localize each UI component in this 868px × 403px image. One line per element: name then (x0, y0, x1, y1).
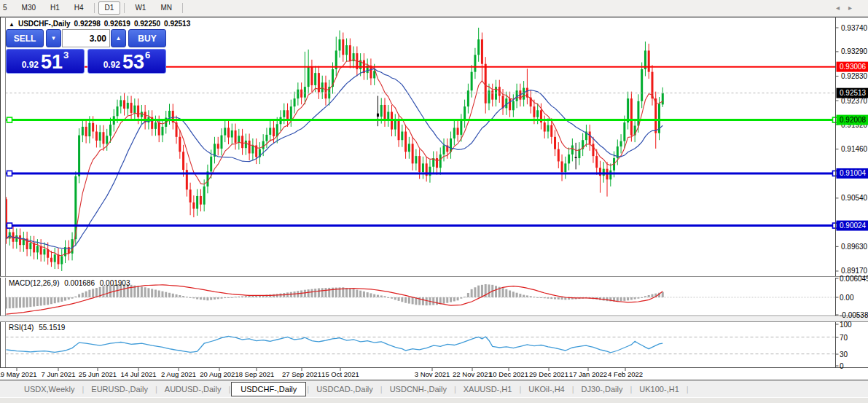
ohlc-open: 0.92298 (74, 20, 101, 28)
chart-window: 0.937400.932900.928300.923700.919200.914… (0, 17, 868, 380)
chart-tab-ukoil-h4[interactable]: UKOil-,H4 (522, 383, 571, 396)
ohlc-close: 0.92513 (164, 20, 190, 28)
timeframe-button-mn[interactable]: MN (154, 1, 179, 15)
sell-button[interactable]: SELL (6, 29, 44, 47)
timeframe-button-w1[interactable]: W1 (128, 1, 152, 15)
chart-tab-bar: USDX,Weekly|EURUSD-,Daily|AUDUSD-,Daily|… (0, 380, 868, 397)
status-strip (0, 397, 868, 403)
volume-decrease-button[interactable]: ▼ (46, 29, 61, 47)
svg-text:0.93290: 0.93290 (841, 47, 868, 55)
svg-text:0.93740: 0.93740 (841, 24, 868, 32)
timeframe-button-5[interactable]: 5 (1, 1, 14, 15)
chart-tab-eurusd-daily[interactable]: EURUSD-,Daily (85, 383, 155, 396)
rsi-name: RSI(14) (9, 324, 34, 332)
chart-tab-uk100-h1[interactable]: UK100-,H1 (633, 383, 685, 396)
tab-scroll-right-icon[interactable]: ▸ (848, 4, 861, 12)
svg-text:100: 100 (840, 321, 852, 329)
timeframe-button-h4[interactable]: H4 (68, 1, 90, 15)
volume-increase-button[interactable]: ▲ (111, 29, 126, 47)
timeframe-button-m30[interactable]: M30 (15, 1, 42, 15)
buy-price-pip: 6 (145, 50, 150, 60)
svg-text:3 Nov 2021: 3 Nov 2021 (415, 370, 450, 378)
macd-signal-value: 0.001903 (100, 279, 130, 287)
sell-price-pip: 3 (63, 50, 69, 60)
svg-text:25 Jun 2021: 25 Jun 2021 (79, 370, 117, 378)
sell-price-prefix: 0.92 (22, 60, 39, 70)
chart-tab-usdcad-daily[interactable]: USDCAD-,Daily (310, 383, 380, 396)
toolbar-separator (124, 3, 125, 13)
tab-separator: | (686, 385, 689, 394)
collapse-panel-icon[interactable]: ▲ (9, 21, 15, 28)
macd-main-value: 0.001686 (64, 279, 95, 287)
buy-button[interactable]: BUY (128, 29, 166, 47)
svg-text:0.00: 0.00 (840, 294, 854, 302)
chart-tab-usdcnh-daily[interactable]: USDCNH-,Daily (383, 383, 453, 396)
date-axis[interactable]: 19 May 20217 Jun 202125 Jun 202114 Jul 2… (0, 368, 643, 378)
tab-scroll-arrows: ◂▸ (836, 4, 861, 12)
one-click-trade-panel: SELL ▼ ▲ BUY 0.92 51 3 0.92 53 6 (6, 29, 166, 74)
chart-title: ▲USDCHF-,Daily0.922980.926190.922500.925… (9, 20, 190, 28)
svg-text:29 Dec 2021: 29 Dec 2021 (529, 370, 568, 378)
buy-price-display[interactable]: 0.92 53 6 (87, 49, 166, 74)
svg-text:0.93006: 0.93006 (840, 63, 867, 71)
svg-text:4 Feb 2022: 4 Feb 2022 (608, 370, 643, 378)
chart-tab-dj30-daily[interactable]: DJ30-,Daily (575, 383, 630, 396)
svg-text:10 Dec 2021: 10 Dec 2021 (489, 370, 528, 378)
timeframe-button-h1[interactable]: H1 (44, 1, 66, 15)
rsi-label: RSI(14) 55.1519 (9, 324, 68, 332)
sell-price-big: 51 (41, 52, 63, 71)
buy-price-big: 53 (122, 52, 144, 71)
svg-text:-0.005383: -0.005383 (840, 311, 868, 319)
timeframe-button-d1[interactable]: D1 (98, 1, 121, 15)
sell-price-display[interactable]: 0.92 51 3 (6, 49, 85, 74)
svg-text:15 Oct 2021: 15 Oct 2021 (321, 370, 359, 378)
svg-text:30: 30 (840, 351, 848, 359)
svg-text:0.90540: 0.90540 (841, 194, 868, 202)
svg-text:0.006045: 0.006045 (840, 275, 868, 283)
svg-text:8 Sep 2021: 8 Sep 2021 (239, 370, 275, 378)
svg-text:19 May 2021: 19 May 2021 (0, 370, 36, 378)
svg-text:2 Aug 2021: 2 Aug 2021 (161, 370, 196, 378)
tab-scroll-left-icon[interactable]: ◂ (836, 4, 848, 12)
svg-text:0: 0 (840, 362, 844, 370)
chart-tab-xauusd-h1[interactable]: XAUUSD-,H1 (457, 383, 519, 396)
volume-input[interactable] (62, 29, 110, 47)
svg-text:0.89630: 0.89630 (841, 243, 868, 251)
chart-tab-usdx-weekly[interactable]: USDX,Weekly (17, 383, 81, 396)
svg-text:27 Sep 2021: 27 Sep 2021 (282, 370, 321, 378)
svg-text:0.92513: 0.92513 (840, 89, 867, 97)
svg-text:7 Jun 2021: 7 Jun 2021 (41, 370, 75, 378)
mt4-window: 5M30H1H4D1W1MN 0.937400.932900.928300.92… (0, 0, 868, 403)
svg-text:0.91460: 0.91460 (841, 145, 868, 153)
trade-panel-price-row: 0.92 51 3 0.92 53 6 (6, 49, 166, 74)
svg-text:0.92830: 0.92830 (841, 72, 868, 80)
ohlc-low: 0.92250 (134, 20, 160, 28)
toolbar-separator (182, 3, 183, 13)
macd-name: MACD(12,26,9) (9, 279, 59, 287)
chart-tab-audusd-daily[interactable]: AUDUSD-,Daily (158, 383, 228, 396)
svg-text:14 Jul 2021: 14 Jul 2021 (120, 370, 156, 378)
svg-text:22 Nov 2021: 22 Nov 2021 (453, 370, 492, 378)
timeframe-toolbar: 5M30H1H4D1W1MN (0, 0, 868, 17)
svg-text:0.91004: 0.91004 (840, 169, 867, 177)
toolbar-separator (94, 3, 95, 13)
svg-text:0.90024: 0.90024 (840, 222, 867, 230)
chart-tab-usdchf-daily[interactable]: USDCHF-,Daily (231, 382, 306, 396)
svg-text:0.92008: 0.92008 (840, 116, 867, 124)
svg-text:20 Aug 2021: 20 Aug 2021 (200, 370, 238, 378)
chart-symbol-label: USDCHF-,Daily (18, 20, 71, 28)
svg-text:17 Jan 2022: 17 Jan 2022 (569, 370, 607, 378)
trade-panel-top-row: SELL ▼ ▲ BUY (6, 29, 166, 47)
ohlc-high: 0.92619 (104, 20, 130, 28)
macd-label: MACD(12,26,9) 0.001686 0.001903 (9, 279, 133, 287)
svg-text:70: 70 (840, 334, 848, 342)
buy-price-prefix: 0.92 (103, 60, 120, 70)
rsi-value: 55.1519 (39, 324, 65, 332)
